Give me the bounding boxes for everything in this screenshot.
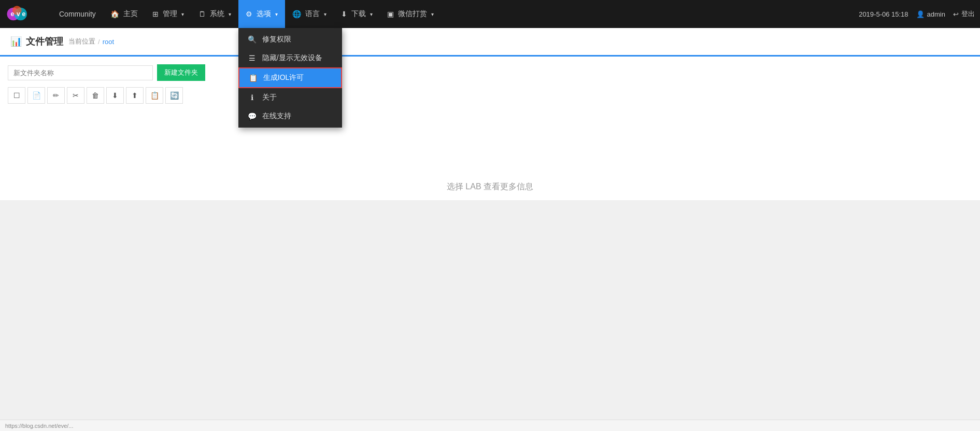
action-edit[interactable]: ✏ [47,87,65,104]
manage-label: 管理 [163,9,177,19]
page-header: 📊 文件管理 当前位置 / root [0,28,980,57]
options-caret-icon: ▾ [275,11,278,17]
system-caret-icon: ▾ [229,11,231,17]
list-icon: ☰ [248,54,257,62]
copy-icon: 📋 [150,91,159,100]
action-new-file[interactable]: 📄 [27,87,45,104]
download-label: 下载 [351,9,366,19]
page-title: 文件管理 [26,35,63,48]
breadcrumb-root[interactable]: root [103,38,114,46]
navbar: e v e Community 🏠 主页 ⊞ 管理 ▾ 🗒 系统 ▾ ⚙ 选项 … [0,0,980,28]
options-dropdown-menu: 🔍 修复权限 ☰ 隐藏/显示无效设备 📋 生成IOL许可 ℹ 关于 💬 在线支持 [238,28,342,128]
nav-item-language[interactable]: 🌐 语言 ▾ [285,0,334,28]
nav-right: 2019-5-06 15:18 👤 admin ↩ 登出 [859,9,975,19]
user-icon: 👤 [916,10,925,18]
language-icon: 🌐 [292,10,301,18]
system-icon: 🗒 [198,10,206,18]
dropdown-item-generate-iol[interactable]: 📋 生成IOL许可 [238,67,342,88]
svg-text:e: e [22,10,25,18]
action-refresh[interactable]: 🔄 [165,87,183,104]
wechat-label: 微信打赏 [398,9,427,19]
nav-item-options[interactable]: ⚙ 选项 ▾ 🔍 修复权限 ☰ 隐藏/显示无效设备 📋 生成IOL许可 ℹ 关于… [238,0,285,28]
chat-icon: 💬 [248,112,257,120]
dropdown-hide-show-label: 隐藏/显示无效设备 [262,53,322,63]
folder-name-input[interactable] [8,65,153,80]
page-title-area: 📊 文件管理 [10,35,63,48]
manage-caret-icon: ▾ [181,11,184,17]
language-label: 语言 [305,9,320,19]
dropdown-online-support-label: 在线支持 [262,112,291,121]
admin-label: admin [927,10,945,18]
system-label: 系统 [210,9,224,19]
options-label: 选项 [257,9,271,19]
wechat-icon: ▣ [387,10,394,18]
dropdown-item-online-support[interactable]: 💬 在线支持 [238,107,342,126]
dropdown-item-about[interactable]: ℹ 关于 [238,88,342,107]
svg-text:e: e [11,10,15,18]
action-cut[interactable]: ✂ [67,87,84,104]
language-caret-icon: ▾ [324,11,326,17]
dropdown-about-label: 关于 [262,93,277,102]
breadcrumb: 当前位置 / root [68,37,114,46]
home-icon: 🏠 [110,10,119,18]
logo[interactable]: e v e [5,4,47,24]
logout-button[interactable]: ↩ 登出 [953,9,975,19]
datetime: 2019-5-06 15:18 [859,10,908,18]
action-download[interactable]: ⬇ [106,87,124,104]
community-label: Community [59,10,96,18]
search-icon: 🔍 [248,35,257,44]
file-manager-icon: 📊 [10,36,22,47]
dropdown-item-fix-permissions[interactable]: 🔍 修复权限 [238,30,342,49]
empty-state-text: 选择 LAB 查看更多信息 [447,182,533,191]
main-content: 新建文件夹 ☐ 📄 ✏ ✂ 🗑 ⬇ ⬆ 📋 🔄 选择 L [0,57,980,200]
dropdown-fix-permissions-label: 修复权限 [262,35,291,44]
nav-item-home[interactable]: 🏠 主页 [103,0,145,28]
action-copy[interactable]: 📋 [146,87,163,104]
checkbox-icon: ☐ [13,91,20,100]
action-upload[interactable]: ⬆ [126,87,144,104]
dropdown-generate-iol-label: 生成IOL许可 [263,73,304,82]
cut-icon: ✂ [73,91,79,100]
action-checkbox[interactable]: ☐ [8,87,25,104]
toolbar-row: 新建文件夹 [8,64,972,81]
edit-icon: ✏ [53,91,59,100]
empty-state: 选择 LAB 查看更多信息 [8,182,972,192]
home-label: 主页 [123,9,138,19]
upload-icon: ⬆ [132,91,138,100]
action-delete[interactable]: 🗑 [87,87,104,104]
download-caret-icon: ▾ [370,11,373,17]
new-file-icon: 📄 [32,91,41,100]
logout-icon: ↩ [953,10,959,18]
delete-icon: 🗑 [92,91,99,100]
nav-item-system[interactable]: 🗒 系统 ▾ [191,0,238,28]
breadcrumb-prefix: 当前位置 [68,37,95,46]
wechat-caret-icon: ▾ [431,11,434,17]
refresh-icon: 🔄 [170,91,179,100]
breadcrumb-separator: / [98,38,100,46]
dropdown-item-hide-show-invalid[interactable]: ☰ 隐藏/显示无效设备 [238,49,342,67]
options-icon: ⚙ [246,10,252,18]
download-action-icon: ⬇ [112,91,118,100]
manage-icon: ⊞ [152,10,159,18]
download-icon: ⬇ [341,10,347,18]
logout-label: 登出 [961,9,975,19]
nav-item-download[interactable]: ⬇ 下载 ▾ [334,0,380,28]
new-folder-button[interactable]: 新建文件夹 [157,64,205,81]
admin-user[interactable]: 👤 admin [916,10,945,18]
nav-item-manage[interactable]: ⊞ 管理 ▾ [145,0,191,28]
action-buttons: ☐ 📄 ✏ ✂ 🗑 ⬇ ⬆ 📋 🔄 [8,87,972,104]
nav-item-community[interactable]: Community [52,0,103,28]
nav-item-wechat[interactable]: ▣ 微信打赏 ▾ [380,0,441,28]
document-icon: 📋 [249,74,258,82]
svg-text:v: v [17,10,20,18]
info-icon: ℹ [248,93,257,102]
